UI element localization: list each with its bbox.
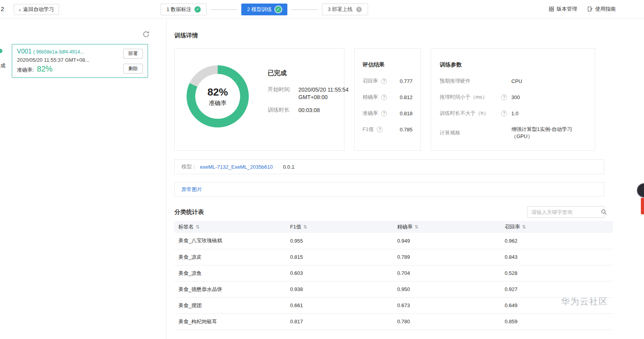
hardware-row: 预期推理硬件 CPU [440, 77, 587, 85]
sort-icon[interactable]: ⇅ [196, 224, 200, 230]
accuracy-label: 准确率 [363, 110, 378, 117]
model-bar: 模型： exeML-7132_ExeML_2035b610 0.0.1 [174, 159, 604, 174]
cell-f1: 0.955 [286, 233, 393, 249]
version-card[interactable]: V001( 96b58e1a-3df4-4914... 2020/05/20 1… [12, 44, 148, 78]
check-icon: ✓ [275, 6, 281, 13]
accuracy-row: 准确率 ? 0.818 [363, 110, 413, 117]
help-icon[interactable]: ? [381, 111, 387, 116]
precision-row: 精确率 ? 0.812 [363, 94, 413, 101]
cell-recall: 0.649 [501, 297, 613, 313]
col-label-name[interactable]: 标签名⇅ [174, 221, 286, 233]
col-f1[interactable]: F1值⇅ [286, 221, 393, 233]
params-title: 训练参数 [440, 61, 587, 68]
cell-precision: 0.950 [393, 281, 501, 297]
cell-f1: 0.661 [286, 297, 393, 313]
cell-precision: 0.673 [393, 297, 501, 313]
precision-label: 精确率 [363, 94, 378, 101]
table-row: 美食_德懋恭水晶饼 0.938 0.950 0.927 [174, 281, 613, 297]
edge-clipped-label: 成 [0, 62, 6, 69]
deploy-button[interactable]: 部署 [123, 49, 143, 59]
duration-label: 训练时长 [268, 107, 292, 114]
edge-status-dot [0, 49, 2, 53]
cell-recall: 0.843 [501, 249, 613, 265]
table-row: 美食_凉皮 0.815 0.789 0.843 [174, 249, 613, 265]
cell-label: 美食_凉鱼 [174, 265, 286, 281]
search-icon[interactable] [601, 209, 607, 215]
cell-precision: 0.780 [393, 313, 501, 330]
training-params-card: 训练参数 预期推理硬件 CPU 推理时间小于（ms） ? 300 训练时长不大于… [431, 48, 595, 151]
cell-label: 美食_搅团 [174, 297, 286, 313]
sort-icon[interactable]: ⇅ [303, 224, 307, 230]
step-deploy[interactable]: 3 部署上线 [322, 4, 368, 15]
compute-spec-label: 计算规格 [440, 129, 498, 136]
donut-center: 82% 准确率 [195, 74, 240, 119]
refresh-icon[interactable] [142, 31, 150, 38]
table-row: 美食_搅团 0.661 0.673 0.649 [174, 297, 613, 313]
cell-f1: 0.815 [286, 249, 393, 265]
col-recall[interactable]: 召回率⇅ [501, 221, 613, 233]
version-card-buttons: 部署 删除 [123, 48, 143, 74]
back-button[interactable]: ‹ 返回自动学习 [14, 4, 59, 15]
chevron-left-icon: ‹ [19, 7, 21, 13]
help-icon[interactable]: ? [381, 78, 387, 84]
training-status: 已完成 [268, 69, 357, 77]
step-model-training[interactable]: 2 模型训练 ✓ [241, 4, 287, 15]
model-link[interactable]: exeML-7132_ExeML_2035b610 [200, 164, 273, 170]
donut-percent: 82% [207, 86, 228, 98]
model-label: 模型： [181, 163, 197, 170]
step-data-labeling[interactable]: 1 数据标注 ✓ [161, 4, 207, 15]
search-input[interactable] [531, 209, 601, 215]
delete-button[interactable]: 删除 [123, 64, 143, 74]
stats-title: 分类统计表 [174, 208, 204, 216]
sort-icon[interactable]: ⇅ [522, 224, 526, 230]
cell-recall: 0.859 [501, 313, 613, 330]
model-version: 0.0.1 [283, 164, 294, 170]
cell-recall: 0.528 [501, 265, 613, 281]
sort-icon[interactable]: ⇅ [415, 224, 418, 230]
accuracy-donut: 82% 准确率 [187, 65, 249, 127]
start-time-row: 开始时间 2020/05/20 11:55:54 GMT+08:00 [268, 86, 357, 101]
back-button-label: 返回自动学习 [23, 6, 54, 13]
evaluation-card: 评估结果 召回率 ? 0.777 精确率 ? 0.812 准确率 ? 0.818… [354, 48, 421, 151]
cell-label: 美食_八宝玫瑰镜糕 [174, 233, 286, 249]
feedback-tab[interactable] [641, 198, 644, 214]
cell-precision: 0.704 [393, 265, 501, 281]
help-icon[interactable]: ? [501, 111, 507, 116]
workflow-steps: 1 数据标注 ✓ 2 模型训练 ✓ 3 部署上线 [161, 4, 368, 15]
edge-clipped-text: 2 [1, 6, 4, 12]
stats-table: 标签名⇅ F1值⇅ 精确率⇅ 召回率⇅ 美食_八宝玫瑰镜糕 0.955 0.94… [174, 221, 613, 330]
guide-label: 使用指南 [595, 6, 616, 13]
page-title: 训练详情 [174, 32, 644, 39]
col-precision[interactable]: 精确率⇅ [393, 221, 501, 233]
version-manage-link[interactable]: 版本管理 [549, 6, 577, 13]
header-actions: 版本管理 使用指南 [549, 6, 616, 13]
cell-label: 美食_凉皮 [174, 249, 286, 265]
cell-f1: 0.817 [286, 313, 393, 330]
cell-recall: 0.927 [501, 281, 613, 297]
hardware-label: 预期推理硬件 [440, 77, 498, 85]
inference-time-value: 300 [511, 94, 520, 100]
training-status-info: 已完成 开始时间 2020/05/20 11:55:54 GMT+08:00 训… [268, 65, 357, 150]
table-header-row: 标签名⇅ F1值⇅ 精确率⇅ 召回率⇅ [174, 221, 613, 233]
clock-icon [356, 6, 362, 13]
abnormal-images-link[interactable]: 异常图片 [181, 186, 202, 193]
help-icon[interactable]: ? [501, 94, 507, 100]
cell-label: 美食_德懋恭水晶饼 [174, 281, 286, 297]
cell-recall: 0.962 [501, 233, 613, 249]
recall-value: 0.777 [400, 78, 413, 84]
version-card-info: V001( 96b58e1a-3df4-4914... 2020/05/20 1… [17, 48, 89, 74]
guide-link[interactable]: 使用指南 [587, 6, 616, 13]
table-row: 美食_枸杞炖银耳 0.817 0.780 0.859 [174, 313, 613, 330]
help-icon[interactable]: ? [377, 127, 383, 133]
compute-spec-value: 增强计算型1实例-自动学习（GPU） [511, 126, 587, 140]
f1-row: F1值 ? 0.785 [363, 126, 413, 133]
summary-cards: 82% 准确率 已完成 开始时间 2020/05/20 11:55:54 GMT… [174, 48, 644, 151]
training-status-card: 82% 准确率 已完成 开始时间 2020/05/20 11:55:54 GMT… [174, 48, 344, 151]
max-duration-label: 训练时长不大于（h） [440, 110, 498, 117]
step-connector [211, 9, 237, 10]
precision-value: 0.812 [400, 94, 413, 100]
step-label: 1 数据标注 [167, 6, 191, 13]
search-box [527, 206, 604, 218]
table-row: 美食_八宝玫瑰镜糕 0.955 0.949 0.962 [174, 233, 613, 249]
help-icon[interactable]: ? [381, 94, 387, 100]
